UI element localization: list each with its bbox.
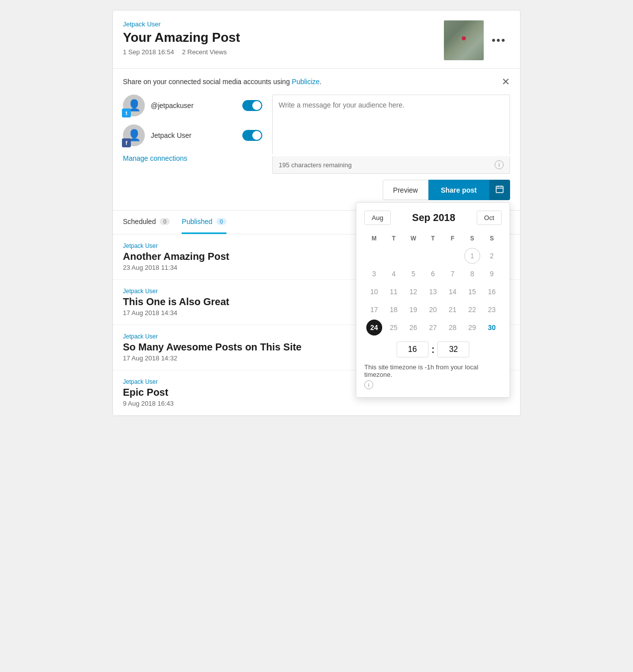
cal-day-12[interactable]: 12: [406, 284, 422, 300]
cal-day-24-today[interactable]: 24: [366, 320, 382, 336]
share-header-suffix: .: [319, 78, 321, 86]
cal-day-3[interactable]: 3: [366, 266, 382, 282]
tab-scheduled[interactable]: Scheduled 0: [123, 211, 170, 234]
timezone-info-icon[interactable]: i: [364, 380, 373, 389]
post-header-left: Jetpack User Your Amazing Post 1 Sep 201…: [123, 20, 240, 56]
cal-day-11[interactable]: 11: [386, 284, 402, 300]
weekday-s2: S: [482, 233, 502, 244]
timezone-text: This site timezone is -1h from your loca…: [364, 363, 502, 378]
publicize-link[interactable]: Publicize: [292, 78, 319, 86]
message-textarea[interactable]: [272, 95, 510, 154]
post-views: 2 Recent Views: [182, 48, 227, 56]
facebook-account-name: Jetpack User: [151, 131, 236, 139]
share-content: 👤 t @jetpackuser 👤 f Jetpack U: [123, 95, 510, 200]
preview-button[interactable]: Preview: [383, 180, 428, 200]
cal-cell-empty: [366, 248, 382, 264]
cal-day-7[interactable]: 7: [444, 266, 460, 282]
cal-day-9[interactable]: 9: [484, 266, 500, 282]
cal-row-1: 1 2: [364, 248, 502, 264]
calendar-dropdown: Aug Sep 2018 Oct M T W T: [356, 202, 510, 398]
weekday-m: M: [364, 233, 384, 244]
facebook-badge: f: [122, 138, 131, 147]
calendar-button[interactable]: [489, 180, 510, 200]
cal-day-30[interactable]: 30: [484, 320, 500, 336]
twitter-badge: t: [122, 109, 131, 117]
share-actions: Preview Share post Aug: [272, 180, 510, 200]
svg-rect-0: [496, 186, 503, 193]
calendar-year: 2018: [433, 212, 455, 223]
cal-day-17[interactable]: 17: [366, 302, 382, 318]
cal-day-8[interactable]: 8: [464, 266, 480, 282]
cal-day-13[interactable]: 13: [425, 284, 441, 300]
post-author: Jetpack User: [123, 20, 240, 28]
cal-day-1[interactable]: 1: [464, 248, 480, 264]
cal-day-4[interactable]: 4: [386, 266, 402, 282]
cal-day-22[interactable]: 22: [464, 302, 480, 318]
weekday-s1: S: [462, 233, 482, 244]
info-icon[interactable]: i: [495, 160, 504, 169]
twitter-account-name: @jetpackuser: [151, 102, 236, 110]
calendar-month: Sep: [412, 212, 430, 223]
thumbnail-image: [444, 20, 484, 60]
next-month-button[interactable]: Oct: [477, 211, 502, 225]
share-panel-text: Share on your connected social media acc…: [123, 78, 321, 86]
post-actions: •••: [444, 20, 510, 60]
cal-day-27[interactable]: 27: [425, 320, 441, 336]
post-title: Your Amazing Post: [123, 30, 240, 45]
cal-day-19[interactable]: 19: [406, 302, 422, 318]
cal-day-23[interactable]: 23: [484, 302, 500, 318]
tab-published-badge: 0: [216, 218, 226, 225]
calendar-grid: M T W T F S S: [364, 233, 502, 336]
cal-cell-empty: [444, 248, 460, 264]
cal-day-28[interactable]: 28: [444, 320, 460, 336]
cal-cell-empty: [386, 248, 402, 264]
calendar-month-year: Sep 2018: [412, 212, 455, 224]
tab-published[interactable]: Published 0: [182, 211, 226, 234]
calendar-time: :: [364, 341, 502, 357]
cal-day-20[interactable]: 20: [425, 302, 441, 318]
share-panel: Share on your connected social media acc…: [113, 69, 520, 211]
post-header: Jetpack User Your Amazing Post 1 Sep 201…: [113, 10, 520, 69]
cal-row-3: 10 11 12 13 14 15 16: [364, 284, 502, 300]
cal-day-16[interactable]: 16: [484, 284, 500, 300]
manage-connections-link[interactable]: Manage connections: [123, 154, 262, 162]
cal-row-2: 3 4 5 6 7 8 9: [364, 266, 502, 282]
time-minute-input[interactable]: [437, 341, 469, 357]
cal-row-5: 24 25 26 27 28 29 30: [364, 320, 502, 336]
cal-day-2[interactable]: 2: [484, 248, 500, 264]
account-item-twitter: 👤 t @jetpackuser: [123, 95, 262, 116]
cal-day-26[interactable]: 26: [406, 320, 422, 336]
post-thumbnail: [444, 20, 484, 60]
time-hour-input[interactable]: [397, 341, 428, 357]
twitter-avatar: 👤 t: [123, 95, 145, 116]
calendar-weekday-header: M T W T F S S: [364, 233, 502, 244]
close-button[interactable]: ✕: [502, 77, 510, 87]
cal-day-25[interactable]: 25: [386, 320, 402, 336]
prev-month-button[interactable]: Aug: [364, 211, 391, 225]
weekday-w: W: [404, 233, 423, 244]
cal-row-4: 17 18 19 20 21 22 23: [364, 302, 502, 318]
share-header-text: Share on your connected social media acc…: [123, 78, 292, 86]
cal-day-6[interactable]: 6: [425, 266, 441, 282]
weekday-f: F: [443, 233, 462, 244]
weekday-t1: T: [384, 233, 403, 244]
calendar-timezone: This site timezone is -1h from your loca…: [364, 363, 502, 389]
char-count-bar: 195 characters remaining i: [272, 156, 510, 174]
tab-scheduled-badge: 0: [160, 218, 170, 225]
cal-day-29[interactable]: 29: [464, 320, 480, 336]
cal-day-10[interactable]: 10: [366, 284, 382, 300]
cal-day-5[interactable]: 5: [406, 266, 422, 282]
share-panel-header: Share on your connected social media acc…: [123, 77, 510, 87]
post-more-menu[interactable]: •••: [488, 32, 510, 49]
twitter-toggle[interactable]: [242, 100, 262, 111]
calendar-nav: Aug Sep 2018 Oct: [364, 211, 502, 225]
cal-day-14[interactable]: 14: [444, 284, 460, 300]
facebook-toggle[interactable]: [242, 130, 262, 141]
cal-day-18[interactable]: 18: [386, 302, 402, 318]
cal-day-21[interactable]: 21: [444, 302, 460, 318]
share-message-area: 195 characters remaining i Preview Share…: [272, 95, 510, 200]
share-post-button[interactable]: Share post: [428, 180, 489, 200]
main-container: Jetpack User Your Amazing Post 1 Sep 201…: [112, 10, 521, 416]
cal-day-15[interactable]: 15: [464, 284, 480, 300]
char-count-text: 195 characters remaining: [279, 161, 352, 169]
